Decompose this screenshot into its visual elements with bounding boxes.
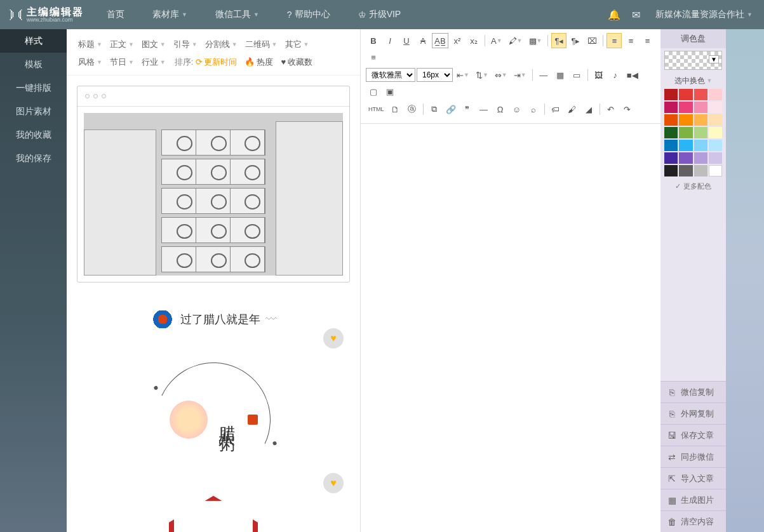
bell-icon[interactable]: 🔔: [608, 9, 620, 21]
more-colors-button[interactable]: ✓ 更多配色: [660, 176, 726, 196]
video-button[interactable]: ■◀: [624, 67, 641, 83]
brush-button[interactable]: 🖌: [565, 102, 580, 117]
template-card[interactable]: [77, 86, 350, 283]
color-swatch[interactable]: [694, 165, 707, 176]
font-color-button[interactable]: A▼: [488, 33, 505, 48]
category-节日[interactable]: 节日 ▼: [107, 53, 137, 71]
logo[interactable]: ⟭⟬ 主编编辑器 www.zhubian.com: [0, 6, 93, 23]
search-button[interactable]: ⌕: [526, 102, 541, 117]
html-button[interactable]: HTML: [366, 102, 387, 117]
italic-button[interactable]: I: [382, 33, 398, 48]
category-图文[interactable]: 图文 ▼: [139, 36, 168, 53]
color-swatch[interactable]: [694, 89, 707, 100]
action-同步微信[interactable]: ⇄同步微信: [660, 446, 726, 467]
emoji-button[interactable]: ☺: [509, 102, 525, 117]
color-swatch[interactable]: [664, 165, 678, 176]
category-风格[interactable]: 风格 ▼: [76, 53, 105, 71]
bg-color-button[interactable]: 🖍▼: [506, 33, 525, 48]
category-其它[interactable]: 其它 ▼: [283, 36, 312, 53]
nav-微信工具[interactable]: 微信工具 ▼: [201, 0, 273, 29]
copy-button[interactable]: ⧉: [427, 102, 442, 117]
partner-link[interactable]: 新媒体流量资源合作社▼: [652, 0, 756, 29]
subscript-button[interactable]: x₂: [466, 33, 481, 48]
border-button[interactable]: A̲B̲: [432, 33, 448, 48]
date-button[interactable]: ▭: [569, 67, 584, 83]
color-swatch[interactable]: [679, 89, 692, 100]
color-swatch[interactable]: [664, 140, 678, 151]
nav-素材库[interactable]: 素材库 ▼: [138, 0, 201, 29]
color-swatch[interactable]: [679, 165, 692, 176]
template-card[interactable]: 腊八粥 ♥: [77, 343, 350, 496]
superscript-button[interactable]: x²: [450, 33, 465, 48]
favorite-button[interactable]: ♥: [323, 473, 344, 493]
color-swatch[interactable]: [694, 140, 707, 151]
tag-button[interactable]: 🏷: [548, 102, 563, 117]
undo-button[interactable]: ↶: [603, 102, 619, 117]
action-微信复制[interactable]: ⎘微信复制: [660, 381, 726, 402]
music-button[interactable]: ♪: [608, 67, 623, 83]
indent-button[interactable]: ⇥▼: [511, 67, 529, 83]
sort-更新时间[interactable]: ⟳更新时间: [196, 53, 237, 71]
color-swatch[interactable]: [664, 114, 678, 126]
color-swatch[interactable]: [709, 102, 722, 113]
template-card[interactable]: 过了腊八就是年 〰 ♥: [77, 298, 350, 343]
clear-format-button[interactable]: ⌧: [584, 33, 600, 48]
align-right-button[interactable]: ≡: [640, 33, 655, 48]
color-swatch[interactable]: [709, 127, 722, 138]
redo-button[interactable]: ↷: [620, 102, 635, 117]
indent-left-button[interactable]: ⇤▼: [454, 67, 472, 83]
color-picker[interactable]: [664, 51, 722, 70]
category-分割线[interactable]: 分割线 ▼: [203, 36, 240, 53]
at-button[interactable]: ⓐ: [405, 102, 420, 117]
highlight-button[interactable]: ▩▼: [526, 33, 545, 48]
align-left-button[interactable]: ≡: [607, 33, 622, 48]
sort-收藏数[interactable]: ♥收藏数: [281, 53, 312, 71]
color-swatch[interactable]: [709, 140, 722, 151]
color-swatch[interactable]: [664, 102, 678, 113]
letter-spacing-button[interactable]: ⇔▼: [492, 67, 510, 83]
color-swatch[interactable]: [709, 114, 722, 126]
action-保存文章[interactable]: 🖫保存文章: [660, 424, 726, 446]
sort-热度[interactable]: 🔥热度: [245, 53, 273, 71]
action-外网复制[interactable]: ⎘外网复制: [660, 402, 726, 424]
sidebar-item-我的保存[interactable]: 我的保存: [0, 147, 67, 170]
color-swatch[interactable]: [679, 102, 692, 113]
quote-button[interactable]: ❞: [460, 102, 475, 117]
ltr-button[interactable]: ¶◂: [551, 33, 566, 48]
color-swatch[interactable]: [709, 89, 722, 100]
underline-button[interactable]: U: [399, 33, 414, 48]
rtl-button[interactable]: ¶▸: [568, 33, 583, 48]
sidebar-item-图片素材[interactable]: 图片素材: [0, 100, 67, 123]
sidebar-item-样式[interactable]: 样式: [0, 29, 67, 53]
color-swatch[interactable]: [664, 89, 678, 100]
mail-icon[interactable]: ✉: [632, 9, 640, 21]
strike-button[interactable]: A: [415, 33, 431, 48]
image-button[interactable]: 🖼: [591, 67, 607, 83]
color-swatch[interactable]: [679, 114, 692, 126]
template-list[interactable]: 过了腊八就是年 〰 ♥ 腊八粥 ♥: [67, 76, 360, 532]
color-swatch[interactable]: [694, 127, 707, 138]
align-center-button[interactable]: ≡: [623, 33, 638, 48]
omega-button[interactable]: Ω: [493, 102, 508, 117]
sidebar-item-模板[interactable]: 模板: [0, 53, 67, 76]
font-family-select[interactable]: 微软雅黑: [366, 68, 415, 82]
editor-content[interactable]: [361, 124, 660, 532]
category-正文[interactable]: 正文 ▼: [107, 36, 137, 53]
action-清空内容[interactable]: 🗑清空内容: [660, 510, 726, 532]
gallery-button[interactable]: ▣: [382, 84, 398, 99]
color-swatch[interactable]: [679, 152, 692, 164]
table-button[interactable]: ▦: [553, 67, 568, 83]
card-button[interactable]: ▢: [366, 84, 381, 99]
category-引导[interactable]: 引导 ▼: [171, 36, 200, 53]
color-swatch[interactable]: [679, 140, 692, 151]
color-swatch[interactable]: [709, 152, 722, 164]
dash-button[interactable]: —: [476, 102, 492, 117]
color-swatch[interactable]: [709, 165, 722, 176]
color-swatch[interactable]: [664, 127, 678, 138]
nav-首页[interactable]: 首页: [93, 0, 138, 29]
align-justify-button[interactable]: ≡: [366, 50, 381, 65]
category-标题[interactable]: 标题 ▼: [76, 36, 105, 53]
nav-升级VIP[interactable]: ♔ 升级VIP: [344, 0, 415, 29]
color-swatch[interactable]: [694, 114, 707, 126]
category-行业[interactable]: 行业 ▼: [139, 53, 168, 71]
